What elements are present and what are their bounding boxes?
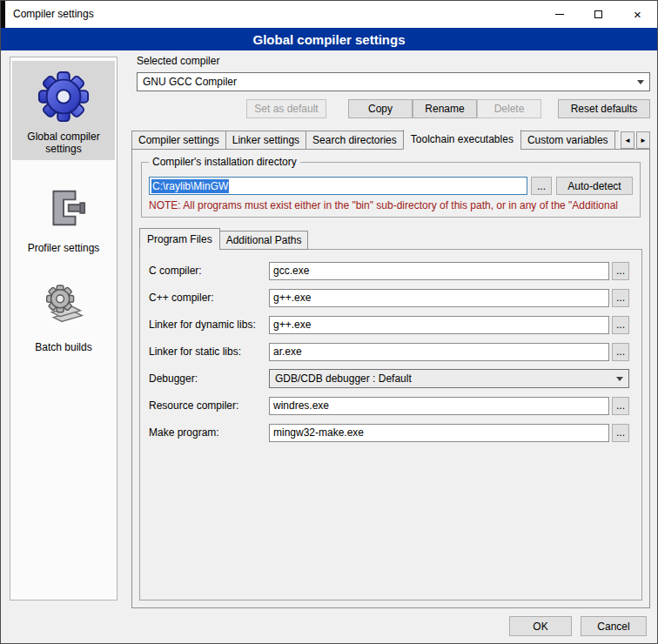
debugger-label: Debugger: [149,372,269,385]
make-program-browse-button[interactable]: ... [612,424,629,442]
make-program-row: Make program: ... [149,423,629,442]
dynamic-linker-browse-button[interactable]: ... [612,316,629,334]
page-title: Global compiler settings [1,28,657,50]
copy-button[interactable]: Copy [348,99,413,118]
c-compiler-row: C compiler: ... [149,261,629,280]
sidebar-item-profiler-settings[interactable]: Profiler settings [12,172,115,259]
rename-button[interactable]: Rename [413,99,477,118]
minimize-button[interactable] [540,1,579,28]
c-compiler-label: C compiler: [149,265,269,277]
tab-linker-settings[interactable]: Linker settings [225,131,306,150]
make-program-label: Make program: [149,426,269,439]
sidebar-item-global-compiler-settings[interactable]: Global compiler settings [12,61,115,160]
auto-detect-button[interactable]: Auto-detect [556,177,633,195]
maximize-button[interactable] [579,1,618,28]
static-linker-input[interactable] [269,343,609,361]
dialog-footer: OK Cancel [509,616,647,636]
resource-compiler-input[interactable] [269,397,609,415]
static-linker-row: Linker for static libs: ... [149,342,629,361]
close-button[interactable]: × [618,1,657,28]
program-files-panel: C compiler: ... C++ compiler: ... Linker… [139,249,642,600]
tab-custom-variables[interactable]: Custom variables [520,131,615,150]
tab-toolchain-executables[interactable]: Toolchain executables [403,130,521,150]
installation-directory-input[interactable]: C:\raylib\MinGW [149,177,527,195]
cpp-compiler-input[interactable] [269,289,609,307]
gear-icon [37,68,91,125]
minimize-icon [555,14,564,15]
profiler-icon [40,179,87,237]
title-bar: Compiler settings × [1,1,657,28]
sidebar-item-label: Batch builds [35,341,91,353]
c-compiler-browse-button[interactable]: ... [612,262,629,280]
resource-compiler-row: Resource compiler: ... [149,396,629,415]
dynamic-linker-label: Linker for dynamic libs: [149,319,269,331]
sidebar-item-batch-builds[interactable]: Batch builds [12,272,115,359]
bin-subdirectory-note: NOTE: All programs must exist either in … [149,199,633,211]
chevron-down-icon [616,377,623,381]
sidebar-item-label: Global compiler settings [16,131,111,155]
cpp-compiler-row: C++ compiler: ... [149,288,629,307]
sidebar-item-label: Profiler settings [28,242,100,254]
tab-scroll-buttons: ◄ ► [621,131,650,149]
tab-additional-paths[interactable]: Additional Paths [219,231,309,250]
dynamic-linker-row: Linker for dynamic libs: ... [149,315,629,334]
reset-defaults-button[interactable]: Reset defaults [558,99,650,118]
static-linker-label: Linker for static libs: [149,345,269,358]
cpp-compiler-browse-button[interactable]: ... [612,289,629,307]
cancel-button[interactable]: Cancel [581,616,647,636]
settings-tabs: Compiler settings Linker settings Search… [131,130,619,150]
c-compiler-input[interactable] [269,262,609,280]
debugger-dropdown[interactable]: GDB/CDB debugger : Default [269,369,629,388]
settings-tabbar: Compiler settings Linker settings Search… [131,130,650,150]
tab-compiler-settings[interactable]: Compiler settings [131,131,226,150]
installation-directory-group: Compiler's installation directory C:\ray… [141,162,641,218]
installation-directory-value: C:\raylib\MinGW [151,179,229,193]
resource-compiler-label: Resource compiler: [149,399,269,412]
window-title: Compiler settings [13,8,540,20]
batch-builds-icon [40,278,87,336]
selected-compiler-value: GNU GCC Compiler [143,76,637,88]
program-files-tabbar: Program Files Additional Paths [139,231,642,250]
close-icon: × [634,8,641,21]
settings-sidebar: Global compiler settings Profiler settin… [10,57,118,600]
set-as-default-button[interactable]: Set as default [246,99,326,118]
tab-scroll-right-button[interactable]: ► [636,131,650,149]
toolchain-executables-panel: Compiler's installation directory C:\ray… [131,149,650,608]
cpp-compiler-label: C++ compiler: [149,292,269,304]
browse-directory-button[interactable]: ... [531,177,552,195]
tab-build-options[interactable]: Buil [614,131,619,150]
maximize-icon [594,10,602,18]
resource-compiler-browse-button[interactable]: ... [612,397,629,415]
debugger-row: Debugger: GDB/CDB debugger : Default [149,369,629,388]
debugger-value: GDB/CDB debugger : Default [275,372,616,385]
selected-compiler-dropdown[interactable]: GNU GCC Compiler [137,72,650,91]
main-panel: Selected compiler GNU GCC Compiler Set a… [131,55,650,608]
delete-button[interactable]: Delete [477,99,541,118]
ok-button[interactable]: OK [509,616,572,636]
tab-scroll-left-button[interactable]: ◄ [621,131,634,149]
chevron-down-icon [637,80,644,84]
tab-program-files[interactable]: Program Files [139,228,220,250]
app-icon [1,1,5,28]
dynamic-linker-input[interactable] [269,316,609,334]
installation-directory-group-title: Compiler's installation directory [149,156,300,168]
installation-directory-row: C:\raylib\MinGW ... Auto-detect [149,177,633,195]
compiler-settings-dialog: Compiler settings × Global compiler sett… [0,0,658,644]
selected-compiler-label: Selected compiler [137,55,650,67]
tab-search-directories[interactable]: Search directories [306,131,404,150]
compiler-button-row: Set as default Copy Rename Delete Reset … [137,99,650,118]
static-linker-browse-button[interactable]: ... [612,343,629,361]
make-program-input[interactable] [269,424,609,442]
